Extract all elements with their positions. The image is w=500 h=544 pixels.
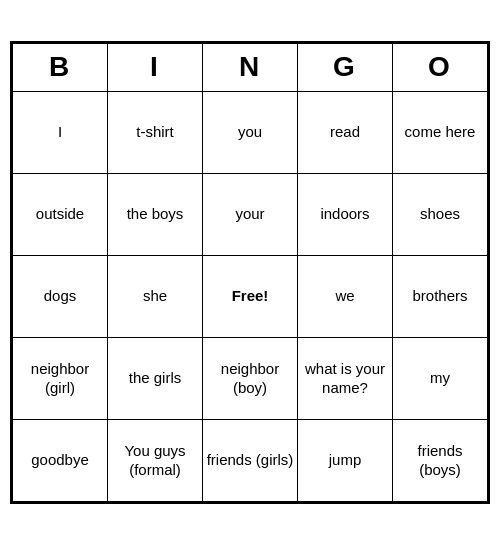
bingo-cell-r1c3: you	[203, 91, 298, 173]
bingo-cell-r3c1: dogs	[13, 255, 108, 337]
table-row: goodbyeYou guys (formal)friends (girls)j…	[13, 419, 488, 501]
bingo-cell-r1c5: come here	[393, 91, 488, 173]
table-row: outsidethe boysyourindoorsshoes	[13, 173, 488, 255]
bingo-header-row: BINGO	[13, 43, 488, 91]
bingo-card: BINGO It-shirtyoureadcome hereoutsidethe…	[10, 41, 490, 504]
table-row: It-shirtyoureadcome here	[13, 91, 488, 173]
bingo-cell-r1c2: t-shirt	[108, 91, 203, 173]
bingo-cell-r5c1: goodbye	[13, 419, 108, 501]
bingo-cell-r1c1: I	[13, 91, 108, 173]
bingo-cell-r4c5: my	[393, 337, 488, 419]
bingo-cell-r3c5: brothers	[393, 255, 488, 337]
bingo-cell-r3c3: Free!	[203, 255, 298, 337]
header-cell-g: G	[298, 43, 393, 91]
bingo-cell-r2c3: your	[203, 173, 298, 255]
bingo-cell-r2c1: outside	[13, 173, 108, 255]
bingo-cell-r4c2: the girls	[108, 337, 203, 419]
bingo-cell-r5c5: friends (boys)	[393, 419, 488, 501]
bingo-cell-r4c4: what is your name?	[298, 337, 393, 419]
header-cell-b: B	[13, 43, 108, 91]
bingo-cell-r3c2: she	[108, 255, 203, 337]
header-cell-i: I	[108, 43, 203, 91]
header-cell-o: O	[393, 43, 488, 91]
table-row: dogssheFree!webrothers	[13, 255, 488, 337]
table-row: neighbor (girl)the girlsneighbor (boy)wh…	[13, 337, 488, 419]
bingo-cell-r1c4: read	[298, 91, 393, 173]
bingo-cell-r2c4: indoors	[298, 173, 393, 255]
bingo-cell-r4c3: neighbor (boy)	[203, 337, 298, 419]
bingo-cell-r3c4: we	[298, 255, 393, 337]
header-cell-n: N	[203, 43, 298, 91]
bingo-cell-r5c4: jump	[298, 419, 393, 501]
bingo-cell-r2c2: the boys	[108, 173, 203, 255]
bingo-cell-r5c3: friends (girls)	[203, 419, 298, 501]
bingo-cell-r2c5: shoes	[393, 173, 488, 255]
bingo-cell-r5c2: You guys (formal)	[108, 419, 203, 501]
bingo-cell-r4c1: neighbor (girl)	[13, 337, 108, 419]
